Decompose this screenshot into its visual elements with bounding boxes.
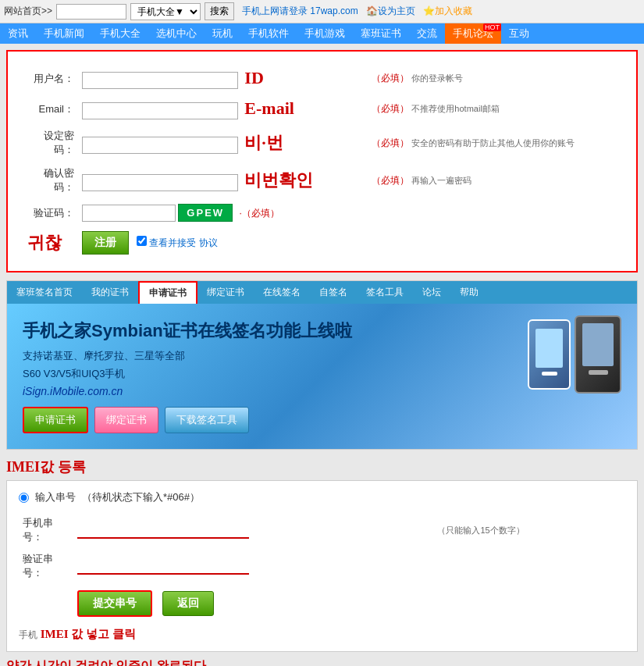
captcha-label: 验证码： bbox=[23, 199, 78, 226]
top-search-input[interactable] bbox=[56, 4, 126, 20]
nav-select-phone[interactable]: 选机中心 bbox=[148, 23, 205, 44]
nav-play[interactable]: 玩机 bbox=[205, 23, 240, 44]
imei-radio-line: 输入串号 （待机状态下输入*#06#） bbox=[19, 490, 625, 504]
submit-annotation: 귀찮 bbox=[27, 233, 62, 252]
search-button[interactable]: 搜索 bbox=[205, 2, 234, 20]
nav-forum[interactable]: 手机论坛 HOT bbox=[445, 23, 501, 44]
email-required: （必填） bbox=[368, 103, 409, 114]
cert-tab-sign-tool[interactable]: 签名工具 bbox=[357, 281, 413, 304]
submit-cell: 注册 查看并接受 协议 bbox=[78, 226, 364, 259]
cert-tab-bind[interactable]: 绑定证书 bbox=[197, 281, 254, 304]
imei-verify-label: 验证串号： bbox=[19, 548, 73, 584]
imei-radio-hint: （待机状态下输入*#06#） bbox=[82, 490, 200, 504]
email-annotation: E-mail bbox=[244, 98, 294, 119]
nav-cert[interactable]: 塞班证书 bbox=[353, 23, 409, 44]
password-note: 安全的密码有助于防止其他人使用你的账号 bbox=[411, 138, 575, 148]
imei-btn-spacer bbox=[19, 584, 73, 621]
cert-tab-home[interactable]: 塞班签名首页 bbox=[7, 281, 82, 304]
imei-verify-input[interactable] bbox=[77, 557, 249, 575]
cert-tab-apply[interactable]: 申请证书 bbox=[138, 281, 197, 304]
cert-tab-forum[interactable]: 论坛 bbox=[413, 281, 450, 304]
cert-banner: 手机之家Symbian证书在线签名功能上线啦 支持诺基亚、摩托罗拉、三星等全部 … bbox=[7, 304, 637, 449]
imei-phone-hint: （只能输入15个数字） bbox=[433, 525, 524, 535]
captcha-image: GPEW bbox=[178, 204, 233, 222]
wap-link[interactable]: 手机上网请登录 17wap.com bbox=[242, 5, 358, 16]
password-input-cell: 비·번 bbox=[78, 124, 364, 162]
bind-cert-button[interactable]: 绑定证书 bbox=[94, 407, 158, 433]
phone-images bbox=[528, 312, 621, 394]
certificate-section: 塞班签名首页 我的证书 申请证书 绑定证书 在线签名 自签名 签名工具 论坛 帮… bbox=[6, 280, 638, 450]
imei-phone-input[interactable] bbox=[77, 522, 249, 539]
confirm-password-input-cell: 비번확인 bbox=[78, 162, 364, 199]
form-row-password: 设定密码： 비·번 （必填） 安全的密码有助于防止其他人使用你的账号 bbox=[23, 124, 621, 162]
password-required: （必填） bbox=[368, 137, 409, 148]
top-nav-links: 手机上网请登录 17wap.com 🏠设为主页 ⭐加入收藏 bbox=[242, 5, 472, 18]
imei-partial-text: 手机 IMEI 값 넣고 클릭 bbox=[19, 627, 625, 642]
captcha-required: ·（必填） bbox=[235, 208, 279, 219]
back-button[interactable]: 返回 bbox=[162, 591, 214, 616]
register-button[interactable]: 注册 bbox=[82, 231, 129, 255]
confirm-password-note: 再输入一遍密码 bbox=[411, 176, 471, 185]
cert-action-buttons: 申请证书 绑定证书 下载签名工具 bbox=[23, 407, 621, 433]
phone-image-1 bbox=[528, 319, 571, 390]
imei-radio-label: 输入串号 bbox=[35, 490, 76, 504]
username-note: 你的登录帐号 bbox=[411, 73, 463, 83]
confirm-password-label: 确认密码： bbox=[23, 162, 78, 199]
nav-phone-news[interactable]: 手机新闻 bbox=[36, 23, 92, 44]
email-input[interactable] bbox=[82, 102, 238, 119]
agree-label[interactable]: 查看并接受 协议 bbox=[149, 237, 217, 248]
nav-phone-all[interactable]: 手机大全 bbox=[92, 23, 148, 44]
download-sign-tool-button[interactable]: 下载签名工具 bbox=[165, 407, 249, 433]
confirm-password-annotation: 비번확인 bbox=[244, 169, 313, 192]
email-note: 不推荐使用hotmail邮箱 bbox=[411, 104, 499, 113]
submit-left-cell: 귀찮 bbox=[23, 226, 78, 259]
form-row-email: Email： E-mail （必填） 不推荐使用hotmail邮箱 bbox=[23, 94, 621, 124]
favorite-link[interactable]: ⭐加入收藏 bbox=[423, 5, 472, 16]
imei-btn-cell: 提交串号 返回 bbox=[73, 584, 429, 621]
form-row-confirm-password: 确认密码： 비번확인 （必填） 再输入一遍密码 bbox=[23, 162, 621, 199]
password-input[interactable] bbox=[82, 137, 238, 154]
nav-interact[interactable]: 互动 bbox=[501, 23, 537, 44]
bottom-note: 약간 시간이 걸려야 인증이 완료된다. bbox=[6, 658, 638, 666]
nav-software[interactable]: 手机软件 bbox=[240, 23, 297, 44]
cert-tab-online-sign[interactable]: 在线签名 bbox=[254, 281, 310, 304]
password-label: 设定密码： bbox=[23, 124, 78, 162]
email-label: Email： bbox=[23, 94, 78, 124]
imei-form-table: 手机串号： （只能输入15个数字） 验证串号： 提交串号 返回 bbox=[19, 512, 625, 621]
phone-category-dropdown[interactable]: 手机大全▼ bbox=[130, 3, 201, 20]
nav-exchange[interactable]: 交流 bbox=[409, 23, 445, 44]
site-home-link[interactable]: 网站首页>> bbox=[4, 5, 52, 18]
imei-partial-highlighted: IMEI 값 넣고 클릭 bbox=[37, 628, 136, 640]
imei-verify-hint-cell bbox=[429, 548, 625, 584]
phone-image-2 bbox=[575, 315, 621, 394]
cert-tab-mycert[interactable]: 我的证书 bbox=[82, 281, 138, 304]
email-hint-cell: （必填） 不推荐使用hotmail邮箱 bbox=[364, 94, 621, 124]
imei-phone-input-cell bbox=[73, 512, 429, 548]
captcha-input[interactable] bbox=[82, 205, 176, 222]
cert-tab-help[interactable]: 帮助 bbox=[450, 281, 488, 304]
imei-verify-input-cell bbox=[73, 548, 429, 584]
username-input[interactable] bbox=[82, 72, 238, 89]
confirm-password-hint-cell: （必填） 再输入一遍密码 bbox=[364, 162, 621, 199]
cert-tabs: 塞班签名首页 我的证书 申请证书 绑定证书 在线签名 自签名 签名工具 论坛 帮… bbox=[7, 281, 637, 304]
main-nav: 资讯 手机新闻 手机大全 选机中心 玩机 手机软件 手机游戏 塞班证书 交流 手… bbox=[0, 23, 644, 44]
registration-form-section: 用户名： ID （必填） 你的登录帐号 Email： E-mail （必填） 不… bbox=[6, 50, 638, 272]
form-row-captcha: 验证码： GPEW ·（必填） bbox=[23, 199, 621, 226]
confirm-password-input[interactable] bbox=[82, 174, 238, 191]
password-hint-cell: （必填） 安全的密码有助于防止其他人使用你的账号 bbox=[364, 124, 621, 162]
imei-row-buttons: 提交串号 返回 bbox=[19, 584, 625, 621]
cert-tab-self-sign[interactable]: 自签名 bbox=[310, 281, 357, 304]
agree-checkbox[interactable] bbox=[137, 236, 147, 246]
submit-imei-button[interactable]: 提交串号 bbox=[77, 590, 152, 617]
imei-radio[interactable] bbox=[19, 493, 29, 503]
email-input-cell: E-mail bbox=[78, 94, 364, 124]
home-link[interactable]: 🏠设为主页 bbox=[366, 5, 415, 16]
confirm-password-required: （必填） bbox=[368, 175, 409, 186]
nav-games[interactable]: 手机游戏 bbox=[297, 23, 353, 44]
imei-phone-hint-cell: （只能输入15个数字） bbox=[429, 512, 625, 548]
apply-cert-button[interactable]: 申请证书 bbox=[23, 407, 88, 433]
registration-form: 用户名： ID （必填） 你的登录帐号 Email： E-mail （必填） 不… bbox=[23, 63, 621, 259]
username-hint-cell: （必填） 你的登录帐号 bbox=[364, 63, 621, 94]
username-label: 用户名： bbox=[23, 63, 78, 94]
nav-news[interactable]: 资讯 bbox=[0, 23, 36, 44]
